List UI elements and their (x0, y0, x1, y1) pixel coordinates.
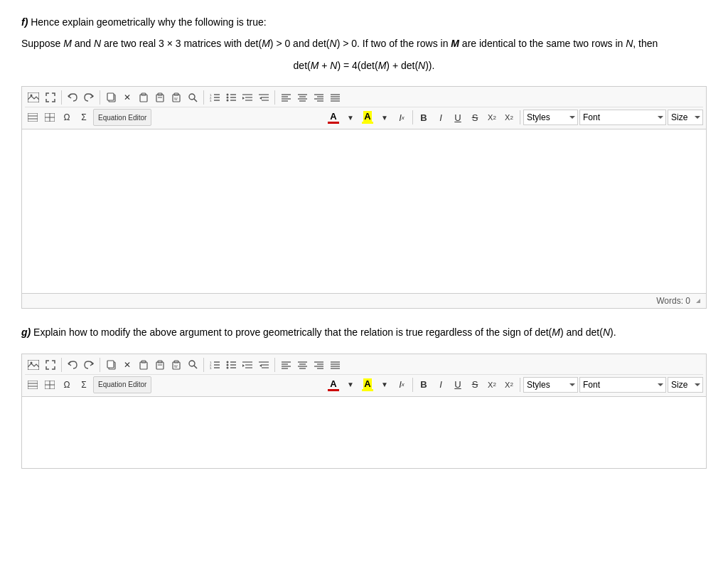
question-g: g) Explain how to modify the above argum… (21, 324, 707, 340)
row2-left-g: Ω Σ Equation Editor (25, 376, 151, 393)
indent-btn-f[interactable] (240, 90, 255, 105)
paste2-btn-f[interactable] (152, 90, 168, 105)
redo-btn-f[interactable] (81, 90, 97, 105)
copy-btn-f[interactable] (103, 90, 119, 105)
equation-editor-btn-f[interactable]: Equation Editor (93, 109, 151, 126)
editor-f: ✕ W 1.2.3. (21, 86, 707, 309)
undo-btn-g[interactable] (65, 357, 80, 373)
row2-left-f: Ω Σ Equation Editor (25, 109, 151, 126)
search-btn-f[interactable] (185, 90, 200, 105)
bold-btn-g[interactable]: B (416, 377, 432, 393)
image-btn-g[interactable] (25, 357, 42, 373)
cut-btn-g[interactable]: ✕ (119, 357, 135, 373)
subscript-btn-g[interactable]: X2 (484, 377, 500, 393)
fmt-sep-f (412, 110, 413, 124)
paste3-btn-g[interactable]: W (168, 357, 184, 373)
search-btn-g[interactable] (185, 357, 200, 373)
styles-select-f[interactable]: Styles Paragraph Heading 1 Heading 2 (523, 110, 578, 125)
resize-handle-f[interactable] (696, 299, 700, 303)
sigma-btn-f[interactable]: Σ (76, 110, 92, 125)
align-left-btn-g[interactable] (278, 357, 294, 373)
font-color-btn-g[interactable]: A (326, 377, 341, 393)
superscript-btn-g[interactable]: X2 (501, 377, 517, 393)
unordered-list-btn-f[interactable] (223, 90, 239, 105)
redo-btn-g[interactable] (81, 357, 97, 373)
size-select-g[interactable]: Size 8 10 12 14 16 (668, 377, 703, 393)
font-color-dropdown-f[interactable]: ▼ (343, 110, 358, 125)
table-btn-g[interactable] (42, 377, 58, 393)
undo-btn-f[interactable] (65, 90, 80, 105)
unordered-list-btn-g[interactable] (223, 357, 239, 373)
ordered-list-btn-f[interactable]: 1.2.3. (207, 90, 223, 105)
show-blocks-btn-g[interactable] (25, 377, 41, 393)
remove-format-btn-f[interactable]: Ix (394, 110, 410, 125)
fmt-sep-g (412, 378, 413, 392)
font-color-btn-f[interactable]: A (326, 110, 341, 125)
question-f-statement1: Suppose M and N are two real 3 × 3 matri… (21, 36, 707, 51)
font-select-f[interactable]: Font Arial Times New Roman Courier (579, 110, 666, 125)
bg-color-dropdown-g[interactable]: ▼ (377, 377, 392, 393)
align-right-btn-f[interactable] (311, 90, 326, 105)
omega-btn-f[interactable]: Ω (59, 110, 75, 125)
bg-color-bar-g (362, 389, 373, 391)
ordered-list-btn-g[interactable]: 1.2.3. (207, 357, 223, 373)
toolbar-f: ✕ W 1.2.3. (22, 87, 706, 129)
sigma-btn-g[interactable]: Σ (76, 377, 92, 393)
size-select-f[interactable]: Size 8 10 12 14 16 (668, 110, 703, 125)
align-center-btn-g[interactable] (294, 357, 310, 373)
svg-point-20 (227, 94, 229, 96)
outdent-btn-g[interactable] (256, 357, 272, 373)
svg-line-13 (194, 99, 197, 102)
subscript-btn-f[interactable]: X2 (484, 110, 500, 125)
remove-format-btn-g[interactable]: Ix (394, 377, 410, 393)
underline-btn-g[interactable]: U (450, 377, 466, 393)
question-f-statement2: det(M + N) = 4(det(M) + det(N)). (21, 58, 707, 73)
superscript-btn-f[interactable]: X2 (501, 110, 517, 125)
sep4-f (274, 90, 275, 105)
bg-color-btn-g[interactable]: A (360, 377, 375, 393)
fmt-sep2-f (520, 110, 520, 124)
bg-color-btn-f[interactable]: A (360, 110, 375, 125)
justify-btn-g[interactable] (327, 357, 343, 373)
format-area-g: A ▼ A ▼ Ix B I U S X2 X2 (326, 377, 703, 393)
bold-btn-f[interactable]: B (416, 110, 432, 125)
words-count-f: Words: 0 (656, 296, 690, 306)
paste2-btn-g[interactable] (152, 357, 168, 373)
equation-editor-btn-g[interactable]: Equation Editor (93, 376, 151, 393)
svg-rect-48 (28, 113, 38, 122)
omega-btn-g[interactable]: Ω (59, 377, 75, 393)
underline-btn-f[interactable]: U (450, 110, 466, 125)
strike-btn-f[interactable]: S (467, 110, 483, 125)
italic-btn-g[interactable]: I (433, 377, 449, 393)
align-left-btn-f[interactable] (278, 90, 294, 105)
show-blocks-btn-f[interactable] (25, 110, 41, 125)
paste3-btn-f[interactable]: W (168, 90, 184, 105)
strike-btn-g[interactable]: S (467, 377, 483, 393)
bg-color-dropdown-f[interactable]: ▼ (377, 110, 392, 125)
indent-btn-g[interactable] (240, 357, 255, 373)
editor-content-f[interactable] (22, 129, 706, 293)
outdent-btn-f[interactable] (256, 90, 272, 105)
cut-btn-f[interactable]: ✕ (119, 90, 135, 105)
expand-btn-f[interactable] (43, 90, 58, 105)
table-btn-f[interactable] (42, 110, 58, 125)
toolbar-row2-f: Ω Σ Equation Editor A ▼ A ▼ (25, 107, 703, 127)
image-btn-f[interactable] (25, 90, 42, 105)
italic-btn-f[interactable]: I (433, 110, 449, 125)
copy-btn-g[interactable] (103, 357, 119, 373)
sep1-g (61, 358, 62, 372)
bg-color-a-g: A (363, 378, 371, 389)
toolbar-row1-f: ✕ W 1.2.3. (25, 88, 703, 107)
editor-content-g[interactable] (22, 397, 706, 468)
paste1-btn-f[interactable] (136, 90, 151, 105)
font-color-dropdown-g[interactable]: ▼ (343, 377, 358, 393)
styles-select-g[interactable]: Styles Paragraph Heading 1 Heading 2 (523, 377, 578, 393)
expand-btn-g[interactable] (43, 357, 58, 373)
font-select-g[interactable]: Font Arial Times New Roman Courier (579, 377, 666, 393)
align-center-btn-f[interactable] (294, 90, 310, 105)
paste1-btn-g[interactable] (136, 357, 151, 373)
align-right-btn-g[interactable] (311, 357, 326, 373)
question-f-label: f) (21, 16, 28, 28)
question-f: f) Hence explain geometrically why the f… (21, 14, 707, 73)
justify-btn-f[interactable] (327, 90, 343, 105)
